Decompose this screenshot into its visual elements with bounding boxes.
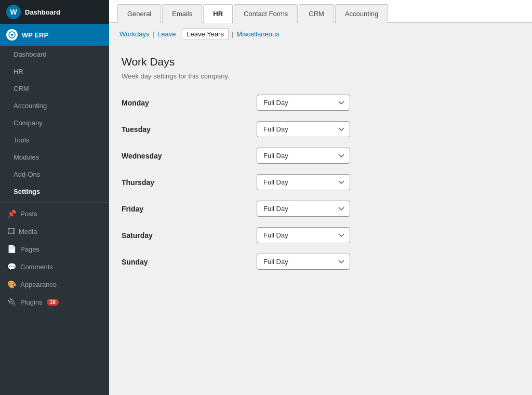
tab-hr[interactable]: HR [203, 4, 233, 23]
wednesday-row: Wednesday Full DayHalf DayOff Day [122, 148, 520, 164]
page-subtitle: Week day settings for this company. [122, 72, 520, 80]
saturday-label: Saturday [122, 231, 257, 240]
sidebar-item-posts[interactable]: 📌 Posts [0, 205, 109, 222]
sidebar-item-label: Dashboard [14, 50, 47, 58]
page-title: Work Days [122, 56, 520, 68]
posts-icon: 📌 [7, 209, 16, 218]
sidebar-item-label: Posts [20, 210, 37, 218]
monday-row: Monday Full DayHalf DayOff Day [122, 95, 520, 111]
tab-crm[interactable]: CRM [299, 4, 334, 23]
sunday-label: Sunday [122, 258, 257, 266]
sidebar-item-wp-erp[interactable]: WP ERP 1 [0, 24, 109, 46]
sidebar-divider [0, 202, 109, 203]
saturday-row: Saturday Full DayHalf DayOff Day [122, 227, 520, 243]
sidebar-item-tools[interactable]: Tools [0, 131, 109, 149]
friday-select[interactable]: Full DayHalf DayOff Day [257, 201, 350, 217]
sidebar-item-add-ons[interactable]: Add-Ons [0, 166, 109, 183]
erp-logo-icon [6, 29, 18, 41]
sidebar-item-label: Media [19, 228, 37, 235]
monday-label: Monday [122, 99, 257, 107]
sidebar-item-label: Company [14, 119, 43, 127]
sidebar-item-label: Appearance [20, 281, 57, 288]
sidebar-item-media[interactable]: 🎞 Media [0, 222, 109, 240]
sidebar-header: W Dashboard [0, 0, 109, 24]
sidebar-item-company[interactable]: Company [0, 114, 109, 131]
plugins-icon: 🔌 [7, 298, 16, 306]
sub-tab-leave[interactable]: Leave [157, 30, 176, 38]
sidebar-item-hr[interactable]: HR [0, 63, 109, 80]
sub-tab-sep-3: | [232, 30, 233, 38]
sidebar: W Dashboard WP ERP 1 Dashboard HR [0, 0, 109, 395]
friday-row: Friday Full DayHalf DayOff Day [122, 201, 520, 217]
sidebar-item-label: Modules [14, 153, 39, 161]
thursday-select[interactable]: Full DayHalf DayOff Day [257, 174, 350, 190]
sidebar-item-label: CRM [14, 85, 29, 93]
main-content: General Emails HR Contact Forms CRM Acco… [109, 0, 532, 395]
friday-label: Friday [122, 205, 257, 213]
sidebar-item-modules[interactable]: Modules [0, 149, 109, 166]
content-area: Work Days Week day settings for this com… [109, 45, 532, 395]
site-name: Dashboard [25, 8, 60, 16]
sidebar-item-label: Accounting [14, 102, 47, 110]
plugins-badge: 18 [47, 299, 59, 306]
sunday-select[interactable]: Full DayHalf DayOff Day [257, 254, 350, 270]
wednesday-select[interactable]: Full DayHalf DayOff Day [257, 148, 350, 164]
tuesday-label: Tuesday [122, 125, 257, 134]
tuesday-row: Tuesday Full DayHalf DayOff Day [122, 121, 520, 137]
pages-icon: 📄 [7, 245, 16, 253]
tab-emails[interactable]: Emails [162, 4, 202, 23]
appearance-icon: 🎨 [7, 280, 16, 288]
sunday-row: Sunday Full DayHalf DayOff Day [122, 254, 520, 270]
wednesday-label: Wednesday [122, 152, 257, 160]
tab-accounting[interactable]: Accounting [335, 4, 388, 23]
sidebar-item-plugins[interactable]: 🔌 Plugins 18 [0, 293, 109, 311]
sub-tab-workdays[interactable]: Workdays [119, 30, 150, 38]
tuesday-select[interactable]: Full DayHalf DayOff Day [257, 121, 350, 137]
sub-tab-sep-1: | [153, 30, 154, 38]
wp-erp-label: WP ERP [22, 31, 48, 39]
sidebar-item-label: Settings [14, 188, 40, 195]
tab-general[interactable]: General [117, 4, 161, 23]
media-icon: 🎞 [7, 227, 15, 235]
sidebar-nav: Dashboard HR CRM Accounting Company Tool… [0, 46, 109, 200]
sidebar-item-appearance[interactable]: 🎨 Appearance [0, 275, 109, 293]
saturday-select[interactable]: Full DayHalf DayOff Day [257, 227, 350, 243]
monday-select[interactable]: Full DayHalf DayOff Day [257, 95, 350, 111]
sidebar-item-label: Plugins [20, 298, 43, 306]
sidebar-item-comments[interactable]: 💬 Comments [0, 258, 109, 275]
sidebar-item-dashboard[interactable]: Dashboard [0, 46, 109, 63]
sidebar-item-label: Pages [20, 245, 39, 253]
sidebar-item-crm[interactable]: CRM [0, 80, 109, 97]
sidebar-item-label: Add-Ons [14, 170, 40, 178]
sidebar-item-pages[interactable]: 📄 Pages [0, 240, 109, 258]
sidebar-item-settings[interactable]: Settings 2 [0, 183, 109, 200]
comments-icon: 💬 [7, 262, 16, 271]
tab-contact-forms[interactable]: Contact Forms [234, 4, 298, 23]
sidebar-item-label: HR [14, 68, 23, 75]
thursday-label: Thursday [122, 178, 257, 187]
sidebar-item-label: Comments [20, 263, 53, 271]
tabs-bar: General Emails HR Contact Forms CRM Acco… [109, 0, 532, 23]
thursday-row: Thursday Full DayHalf DayOff Day [122, 174, 520, 190]
sub-tabs-bar: Workdays | Leave Leave Years | Miscellan… [109, 23, 532, 45]
sidebar-item-accounting[interactable]: Accounting [0, 97, 109, 114]
sub-tab-leave-years[interactable]: Leave Years [182, 28, 229, 40]
sub-tab-misc[interactable]: Miscellaneous [236, 30, 279, 38]
wp-logo-icon: W [6, 5, 21, 19]
sidebar-item-label: Tools [14, 136, 29, 144]
